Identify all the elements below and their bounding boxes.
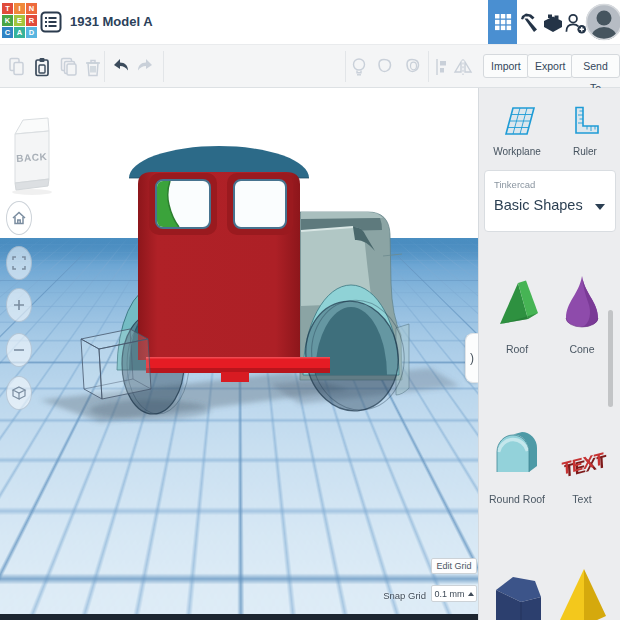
caret-up-icon — [468, 592, 474, 596]
mirror-flip-icon[interactable] — [450, 54, 476, 80]
workplane-front-edge — [0, 614, 478, 620]
paste-icon[interactable] — [29, 54, 55, 80]
shape-label: Text — [551, 493, 613, 505]
logo-tile: D — [26, 27, 37, 38]
import-button[interactable]: Import — [483, 54, 529, 78]
shape-label: Roof — [486, 343, 548, 355]
logo-tile: A — [14, 27, 25, 38]
toolbar: Import Export Send To — [0, 44, 620, 88]
logo-tile: E — [14, 15, 25, 26]
shape-item-polygon[interactable] — [489, 566, 545, 620]
shape-library-dropdown[interactable]: Tinkercad Basic Shapes — [484, 170, 616, 232]
workplane-label: Workplane — [487, 146, 547, 157]
solid-shape-icon[interactable] — [372, 54, 398, 80]
shape-item-round-roof[interactable] — [491, 426, 543, 482]
panel-collapse-glyph: ) — [470, 351, 474, 365]
workplane-tool[interactable]: Workplane — [487, 105, 547, 157]
tinkercad-logo[interactable]: T I N K E R C A D — [2, 3, 37, 38]
pyramid-shape-icon — [556, 564, 610, 620]
show-all-lightbulb-icon[interactable] — [346, 54, 372, 80]
snap-grid-label: Snap Grid — [360, 590, 426, 601]
design-menu-icon[interactable] — [40, 11, 62, 33]
redo-icon[interactable] — [132, 54, 158, 80]
hole-shape-icon[interactable] — [400, 54, 426, 80]
logo-tile: N — [26, 3, 37, 14]
wireframe-box-shape[interactable] — [81, 329, 151, 399]
ruler-label: Ruler — [555, 146, 615, 157]
cab-shape[interactable] — [129, 146, 309, 360]
undo-icon[interactable] — [108, 54, 134, 80]
duplicate-icon[interactable] — [56, 54, 82, 80]
export-button[interactable]: Export — [527, 54, 573, 78]
edit-grid-button[interactable]: Edit Grid — [431, 558, 477, 574]
cone-shape-icon — [561, 272, 603, 332]
ruler-tool[interactable]: Ruler — [555, 105, 615, 157]
zoom-in-button[interactable] — [6, 288, 32, 322]
send-to-button[interactable]: Send To — [571, 54, 620, 78]
brick-lego-icon[interactable] — [541, 11, 565, 35]
workplane-icon — [498, 105, 536, 137]
dashboard-tiles-button[interactable] — [488, 0, 517, 44]
delete-trash-icon[interactable] — [80, 54, 106, 80]
view-cube-face-label: BACK — [16, 151, 48, 164]
fit-view-button[interactable] — [6, 246, 32, 280]
library-value: Basic Shapes — [494, 197, 583, 213]
tiles-grid-icon — [494, 13, 512, 31]
shape-item-cone[interactable] — [559, 272, 605, 336]
panel-scrollbar[interactable] — [608, 310, 613, 407]
view-cube[interactable]: BACK — [8, 104, 56, 196]
shape-item-roof[interactable] — [489, 274, 545, 334]
design-title: 1931 Model A — [70, 0, 153, 44]
shapes-panel: Workplane Ruler Tinkercad Basic Shapes R… — [478, 88, 620, 620]
logo-tile: R — [26, 15, 37, 26]
shape-label: Round Roof — [481, 493, 553, 505]
polygon-shape-icon — [490, 566, 544, 620]
library-label: Tinkercad — [494, 179, 535, 190]
panel-collapse-handle[interactable]: ) — [465, 333, 478, 383]
logo-tile: K — [2, 15, 13, 26]
shape-label: Cone — [551, 343, 613, 355]
home-view-button[interactable] — [6, 201, 32, 235]
3d-viewport[interactable]: BACK ) Edit Grid Snap Grid 0.1 mm — [0, 88, 478, 620]
logo-tile: T — [2, 3, 13, 14]
toolbar-separator — [104, 51, 105, 82]
roof-shape-icon — [493, 274, 541, 330]
text-shape-icon: TEXT TEXT — [557, 428, 609, 478]
toolbar-separator — [428, 51, 429, 82]
snap-grid-dropdown[interactable]: 0.1 mm — [431, 585, 477, 602]
logo-tile: C — [2, 27, 13, 38]
shape-item-pyramid[interactable] — [555, 564, 611, 620]
perspective-toggle-button[interactable] — [6, 376, 32, 410]
round-roof-shape-icon — [493, 426, 541, 478]
chevron-down-icon — [595, 204, 605, 210]
blocks-pickaxe-icon[interactable] — [517, 11, 541, 35]
ruler-icon — [569, 105, 601, 137]
header: T I N K E R C A D 1931 Model A — [0, 0, 620, 44]
zoom-out-button[interactable] — [6, 333, 32, 367]
avatar[interactable] — [585, 3, 620, 41]
snap-grid-value: 0.1 mm — [434, 589, 464, 599]
logo-tile: I — [14, 3, 25, 14]
copy-icon[interactable] — [4, 54, 30, 80]
toolbar-separator — [163, 51, 164, 82]
model-1931-model-a[interactable] — [0, 88, 478, 620]
shape-item-text[interactable]: TEXT TEXT — [557, 428, 609, 482]
